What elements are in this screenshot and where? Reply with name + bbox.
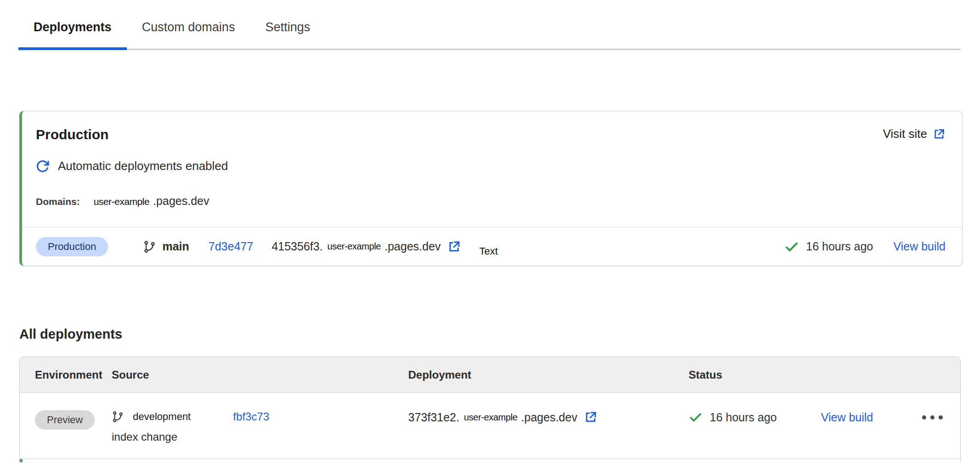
deployments-table: Environment Source Deployment Status Pre… <box>19 357 961 462</box>
status-group: 16 hours ago View build <box>784 239 946 254</box>
deployment-url-name: user-example <box>327 241 381 252</box>
refresh-icon <box>36 159 50 173</box>
next-row-production-border <box>20 459 960 462</box>
status-cell: 16 hours ago View build <box>689 410 960 424</box>
visit-site-label: Visit site <box>883 127 927 141</box>
environment-badge-preview: Preview <box>35 410 95 430</box>
deployment-cell: 373f31e2. user-example .pages.dev <box>408 410 689 424</box>
tab-deployments[interactable]: Deployments <box>18 14 127 50</box>
deployment-time: 16 hours ago <box>710 411 777 424</box>
automatic-deployments-text: Automatic deployments enabled <box>58 159 228 173</box>
source-cell: development fbf3c73 index change <box>112 410 408 443</box>
column-header-source: Source <box>112 369 408 381</box>
domain-suffix: .pages.dev <box>153 194 209 208</box>
git-branch-icon <box>143 240 156 253</box>
deployment-url-prefix: 373f31e2. <box>408 411 459 424</box>
external-link-icon <box>933 128 946 141</box>
column-header-status: Status <box>689 369 960 381</box>
external-link-icon[interactable] <box>447 240 461 254</box>
deployment-url: 415356f3. user-example .pages.dev <box>272 240 461 254</box>
domains-label: Domains: <box>36 196 80 207</box>
automatic-deployments-status: Automatic deployments enabled <box>36 159 962 173</box>
deployment-url-prefix: 415356f3. <box>272 240 323 253</box>
ellipsis-menu-icon[interactable] <box>921 412 944 423</box>
all-deployments-heading: All deployments <box>19 327 980 342</box>
source-branch: main <box>143 240 189 253</box>
domains-row: Domains: user-example .pages.dev <box>36 194 962 208</box>
view-build-link[interactable]: View build <box>821 411 873 424</box>
check-icon <box>689 410 702 424</box>
tab-custom-domains[interactable]: Custom domains <box>127 14 251 50</box>
deployment-url-name: user-example <box>464 412 517 423</box>
deployment-time: 16 hours ago <box>806 240 873 253</box>
deployment-url-suffix: .pages.dev <box>521 411 577 424</box>
external-link-icon[interactable] <box>584 410 598 424</box>
branch-name: main <box>162 240 189 253</box>
visit-site-link[interactable]: Visit site <box>883 127 946 141</box>
branch-name: development <box>133 411 233 423</box>
deployment-url-suffix: .pages.dev <box>384 240 440 253</box>
environment-badge-production: Production <box>36 237 108 256</box>
tab-bar: Deployments Custom domains Settings <box>18 0 961 50</box>
production-deployment-row: Production main 7d3e477 415356f3. user-e… <box>22 227 962 266</box>
domain-name: user-example <box>94 196 149 207</box>
production-card: Production Visit site Automatic deployme… <box>19 111 963 266</box>
git-branch-icon <box>112 411 124 423</box>
table-header-row: Environment Source Deployment Status <box>20 357 960 393</box>
column-header-deployment: Deployment <box>408 369 689 381</box>
check-icon <box>784 239 799 254</box>
view-build-link[interactable]: View build <box>893 240 946 253</box>
commit-hash-link[interactable]: 7d3e477 <box>209 240 253 253</box>
commit-message-note: Text <box>479 245 498 257</box>
commit-message: index change <box>112 431 408 443</box>
commit-hash-link[interactable]: fbf3c73 <box>233 410 269 423</box>
tab-settings[interactable]: Settings <box>250 14 325 50</box>
column-header-environment: Environment <box>20 369 112 381</box>
production-card-title: Production <box>36 127 108 142</box>
table-row: Preview development fbf3c73 index change… <box>20 393 960 459</box>
